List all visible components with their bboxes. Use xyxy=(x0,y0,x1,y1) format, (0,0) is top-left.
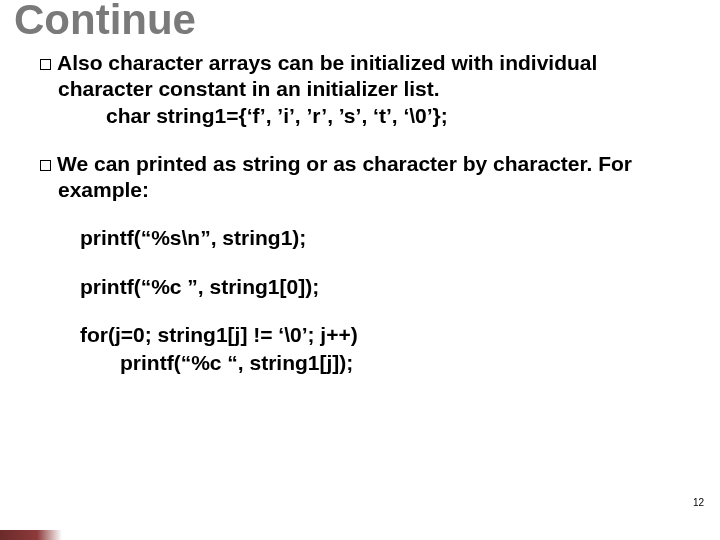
code-line: for(j=0; string1[j] != ‘\0’; j++) xyxy=(40,322,680,348)
p2-rest: can printed as string or as character by… xyxy=(58,152,632,201)
p1-rest: character arrays can be initialized with… xyxy=(58,51,597,100)
code-block-1: printf(“%s\n”, string1); xyxy=(40,225,680,251)
code-line: printf(“%c ”, string1[0]); xyxy=(40,274,680,300)
slide-body: Also character arrays can be initialized… xyxy=(40,50,680,398)
p1-lead: Also xyxy=(57,51,108,74)
code-line: printf(“%c “, string1[j]); xyxy=(40,350,680,376)
slide: Continue Also character arrays can be in… xyxy=(0,0,720,540)
bullet-square-icon xyxy=(40,160,51,171)
bullet-paragraph-1: Also character arrays can be initialized… xyxy=(40,50,680,129)
bullet-square-icon xyxy=(40,59,51,70)
code-block-3: for(j=0; string1[j] != ‘\0’; j++) printf… xyxy=(40,322,680,377)
bullet-paragraph-2: We can printed as string or as character… xyxy=(40,151,680,204)
p1-code-line: char string1={‘f’, ’i’, ’r’, ’s’, ‘t’, ‘… xyxy=(58,103,680,129)
slide-title: Continue xyxy=(14,0,196,44)
accent-bar xyxy=(0,530,62,540)
page-number: 12 xyxy=(693,497,704,508)
code-line: printf(“%s\n”, string1); xyxy=(40,225,680,251)
p2-lead: We xyxy=(57,152,94,175)
code-block-2: printf(“%c ”, string1[0]); xyxy=(40,274,680,300)
